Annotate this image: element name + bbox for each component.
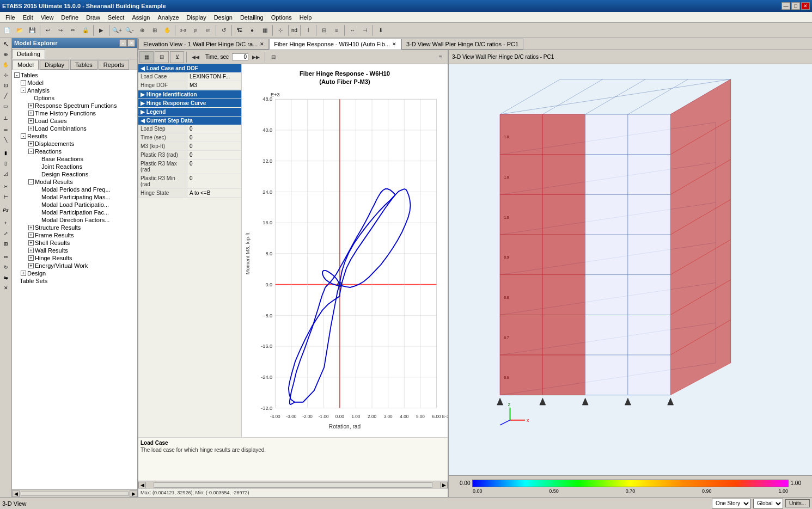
draw-wall-tool[interactable]: ▮ [1,148,11,158]
3d-view-button[interactable]: 3-d [177,24,189,36]
replicate-tool[interactable]: ⊞ [1,239,11,249]
tree-item-loadcases[interactable]: + Load Cases [13,117,136,125]
tree-item-modal-load[interactable]: Modal Load Participatio... [13,201,136,208]
tree-toggle-analysis[interactable]: - [21,88,26,93]
units-button[interactable]: Units... [785,499,810,507]
trim-tool[interactable]: ⊢ [1,192,11,202]
menu-define[interactable]: Define [58,13,82,22]
chart-scroll-left[interactable]: ◀ [138,482,146,488]
add-point-tool[interactable]: + [1,218,11,228]
redo-button[interactable]: ↪ [54,24,66,36]
plan-button[interactable]: pl [190,24,202,36]
tree-item-frame[interactable]: + Frame Results [13,231,136,239]
draw-floor-tool[interactable]: ▯ [1,158,11,168]
tree-toggle-frame[interactable]: + [28,232,34,238]
elev-button[interactable]: el! [202,24,214,36]
tree-item-base-reactions[interactable]: Base Reactions [13,155,136,163]
fiber-view-button[interactable]: ▦ [139,51,154,63]
view-tab-3d[interactable]: 3-D View Wall Pier Hinge D/C ratios - PC… [401,39,523,50]
maximize-button[interactable]: □ [791,2,800,10]
tree-item-hinge[interactable]: + Hinge Results [13,254,136,262]
menu-draw[interactable]: Draw [83,13,103,22]
section-cut-button[interactable]: ⊟ [318,24,330,36]
tree-item-design-reactions[interactable]: Design Reactions [13,170,136,178]
tree-toggle-energy[interactable]: + [28,263,34,268]
prop-section-current-step[interactable]: ◀ Current Step Data [138,116,241,125]
open-button[interactable]: 📂 [14,24,26,36]
zoom-tool[interactable]: ⊕ [1,50,11,59]
tree-item-shell[interactable]: + Shell Results [13,239,136,247]
tree-item-modal-partic[interactable]: Modal Participation Fac... [13,208,136,216]
dimension-button[interactable]: ↔ [346,24,358,36]
select-tool[interactable]: ⊹ [1,70,11,80]
sub-tab-model[interactable]: Model [13,60,39,70]
draw-rect-tool[interactable]: ▭ [1,101,11,111]
delete-tool[interactable]: ✕ [1,283,11,293]
set-building-button[interactable]: 🏗 [234,24,246,36]
tree-item-loadcombo[interactable]: + Load Combinations [13,125,136,132]
explorer-float-button[interactable]: ▪ [119,39,127,47]
lock-button[interactable]: 🔒 [80,24,91,36]
frame-button[interactable]: ▦ [259,24,271,36]
draw-ramp-tool[interactable]: ◿ [1,169,11,179]
view-3d-content[interactable]: x z 1.0 1.0 1.0 0.9 0.8 0.7 0.6 [449,64,812,475]
tree-toggle-thf[interactable]: + [28,111,34,116]
view-tab-fiber[interactable]: Fiber Hinge Response - W6H10 (Auto Fib..… [269,39,401,50]
mirror-tool[interactable]: ⇋ [1,273,11,283]
fiber-table-button[interactable]: ⊟ [155,51,169,63]
undo-button[interactable]: ↩ [42,24,54,36]
tree-item-modal-dir[interactable]: Modal Direction Factors... [13,216,136,224]
sub-tab-display[interactable]: Display [40,60,69,70]
tree-item-modal-mass[interactable]: Modal Participating Mas... [13,193,136,201]
hscroll-track[interactable] [21,492,129,496]
pan-button[interactable]: ✋ [161,24,173,36]
view-tab-fiber-close[interactable]: ✕ [392,41,396,47]
tree-item-options[interactable]: Options [13,94,136,102]
tree-item-results[interactable]: - Results [13,132,136,140]
tree-item-tablesets[interactable]: Table Sets [13,277,136,285]
menu-detailing[interactable]: Detailing [237,13,267,22]
menu-options[interactable]: Options [268,13,295,22]
tree-item-reactions[interactable]: - Reactions [13,148,136,155]
menu-design[interactable]: Design [211,13,236,22]
select-toolbar-button[interactable]: ⊹ [274,24,286,36]
fiber-expand-button[interactable]: ⊟ [267,51,279,63]
new-button[interactable]: 📄 [1,24,13,36]
save-button[interactable]: 💾 [26,24,38,36]
insert-button[interactable]: I [302,24,314,36]
run-button[interactable]: ▶ [95,24,107,36]
tree-toggle-rsf[interactable]: + [28,103,34,108]
tree-toggle-results[interactable]: - [21,133,26,139]
fiber-hscroll-bar[interactable]: ◀ ▶ [138,481,448,488]
tree-toggle-modal[interactable]: - [28,179,34,185]
report-button[interactable]: ≡ [331,24,343,36]
zoom-fit-button[interactable]: ⊞ [149,24,161,36]
menu-file[interactable]: File [2,13,19,22]
export-button[interactable]: ⬇ [375,24,387,36]
scale-tool[interactable]: ⇔ [1,252,11,262]
tree-toggle-reactions[interactable]: - [28,149,34,154]
menu-assign[interactable]: Assign [129,13,153,22]
view-tab-elevation[interactable]: Elevation View - 1 Wall Pier Hinge D/C r… [138,39,269,50]
tree-toggle-loadcases[interactable]: + [28,118,34,124]
node-button[interactable]: ● [246,24,258,36]
chart-hscroll-track[interactable] [154,482,432,488]
tree-toggle-model[interactable]: - [21,80,26,85]
tree-item-model[interactable]: - Model [13,79,136,87]
tree-toggle-tables[interactable]: - [14,72,20,78]
fiber-combo-button[interactable]: ⊻ [170,51,184,63]
tree-toggle-design[interactable]: + [21,271,26,276]
ruler-button[interactable]: ⊣ [359,24,371,36]
menu-select[interactable]: Select [105,13,128,22]
fiber-prev-button[interactable]: ◀◀ [189,51,202,63]
minimize-button[interactable]: — [782,2,790,10]
tab-detailing[interactable]: Detailing [12,49,45,59]
tree-item-joint-reactions[interactable]: Joint Reactions [13,163,136,170]
menu-analyze[interactable]: Analyze [154,13,182,22]
draw-column-tool[interactable]: ┴ [1,114,11,124]
draw-beam-tool[interactable]: ═ [1,125,11,134]
explorer-hscroll[interactable]: ◀ ▶ [12,489,137,497]
tree-toggle-hinge[interactable]: + [28,255,34,261]
chart-scroll-right[interactable]: ▶ [440,482,448,488]
move-tool[interactable]: ⤢ [1,229,11,238]
